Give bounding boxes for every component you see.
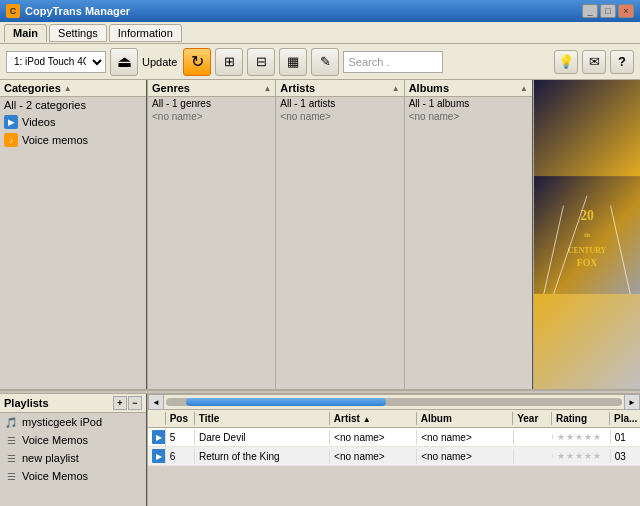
window-controls: _ □ × (582, 4, 634, 18)
ipod-icon: 🎵 (4, 415, 18, 429)
table-row[interactable]: ▶ 5 Dare Devil <no name> <no name> ★★★★★… (148, 428, 640, 447)
track-play: 03 (611, 449, 640, 464)
track-year (514, 435, 553, 439)
top-panels: Genres ▲ All - 1 genres <no name> Artist… (148, 80, 532, 389)
scroll-track[interactable] (166, 398, 622, 406)
categories-sort-icon[interactable]: ▲ (64, 84, 72, 93)
help-button[interactable]: ? (610, 50, 634, 74)
table-row[interactable]: ▶ 6 Return of the King <no name> <no nam… (148, 447, 640, 466)
scroll-left-button[interactable]: ◄ (148, 394, 164, 410)
sync-button[interactable]: ⊞ (215, 48, 243, 76)
update-label: Update (142, 56, 177, 68)
menu-tab-settings[interactable]: Settings (49, 24, 107, 42)
album-art: 20 th CENTURY FOX (534, 80, 640, 389)
genres-sort-icon: ▲ (263, 84, 271, 93)
minimize-button[interactable]: _ (582, 4, 598, 18)
playlists-header: Playlists + − (0, 394, 146, 413)
playlist-voice-memos-2[interactable]: ☰ Voice Memos (0, 467, 146, 485)
menu-bar: Main Settings Information (0, 22, 640, 44)
track-album: <no name> (417, 449, 514, 464)
track-pos: 6 (166, 449, 195, 464)
photo-button[interactable]: ▦ (279, 48, 307, 76)
artist-noname[interactable]: <no name> (276, 110, 403, 123)
h-scrollbar[interactable]: ◄ ► (148, 394, 640, 410)
mail-button[interactable]: ✉ (582, 50, 606, 74)
app-title: CopyTrans Manager (25, 5, 130, 17)
svg-text:th: th (584, 230, 590, 237)
col-play-header[interactable]: Pla... (610, 412, 640, 425)
track-year (514, 454, 553, 458)
playlist-list-icon-3: ☰ (4, 469, 18, 483)
albums-panel: Albums ▲ All - 1 albums <no name> (405, 80, 532, 389)
col-title-header[interactable]: Title (195, 412, 330, 425)
voice-icon: ♪ (4, 133, 18, 147)
video-icon: ▶ (4, 115, 18, 129)
col-album-header[interactable]: Album (417, 412, 513, 425)
genre-noname[interactable]: <no name> (148, 110, 275, 123)
scroll-right-button[interactable]: ► (624, 394, 640, 410)
track-rating: ★★★★★ (553, 430, 611, 444)
albums-header[interactable]: Albums ▲ (405, 80, 532, 97)
category-all[interactable]: All - 2 categories (0, 97, 146, 113)
track-type-icon: ▶ (152, 449, 166, 463)
playlist-remove-button[interactable]: − (128, 396, 142, 410)
settings2-button[interactable]: ⊟ (247, 48, 275, 76)
scroll-thumb[interactable] (186, 398, 386, 406)
bottom-section: Playlists + − 🎵 mysticgeek iPod ☰ Voice … (0, 394, 640, 506)
title-bar: C CopyTrans Manager _ □ × (0, 0, 640, 22)
track-artist: <no name> (330, 430, 417, 445)
track-rating: ★★★★★ (553, 449, 611, 463)
toolbar: 1: iPod Touch 4G ⏏ Update ↻ ⊞ ⊟ ▦ ✎ 💡 ✉ … (0, 44, 640, 80)
main-content: Categories ▲ All - 2 categories ▶ Videos… (0, 80, 640, 390)
track-album: <no name> (417, 430, 514, 445)
track-table: Pos Title Artist ▲ Album Year Rating Pla… (148, 410, 640, 506)
genres-header[interactable]: Genres ▲ (148, 80, 275, 97)
track-artist: <no name> (330, 449, 417, 464)
playlist-list-icon-1: ☰ (4, 433, 18, 447)
sidebar: Categories ▲ All - 2 categories ▶ Videos… (0, 80, 148, 389)
genres-panel: Genres ▲ All - 1 genres <no name> (148, 80, 276, 389)
artist-all[interactable]: All - 1 artists (276, 97, 403, 110)
album-noname[interactable]: <no name> (405, 110, 532, 123)
track-play: 01 (611, 430, 640, 445)
playlist-device[interactable]: 🎵 mysticgeek iPod (0, 413, 146, 431)
edit-button[interactable]: ✎ (311, 48, 339, 76)
genre-all[interactable]: All - 1 genres (148, 97, 275, 110)
playlist-new[interactable]: ☰ new playlist (0, 449, 146, 467)
update-button[interactable]: ↻ (183, 48, 211, 76)
close-button[interactable]: × (618, 4, 634, 18)
menu-tab-information[interactable]: Information (109, 24, 182, 42)
menu-tab-main[interactable]: Main (4, 24, 47, 42)
track-title: Dare Devil (195, 430, 330, 445)
playlist-add-button[interactable]: + (113, 396, 127, 410)
col-pos-header[interactable]: Pos (166, 412, 195, 425)
artists-panel: Artists ▲ All - 1 artists <no name> (276, 80, 404, 389)
col-artist-header[interactable]: Artist ▲ (330, 412, 417, 425)
tracks-panel: ◄ ► Pos Title Artist ▲ Album Year Rating… (148, 394, 640, 506)
track-title: Return of the King (195, 449, 330, 464)
category-voice-memos[interactable]: ♪ Voice memos (0, 131, 146, 149)
category-videos[interactable]: ▶ Videos (0, 113, 146, 131)
track-type-icon: ▶ (152, 430, 166, 444)
eject-button[interactable]: ⏏ (110, 48, 138, 76)
maximize-button[interactable]: □ (600, 4, 616, 18)
album-all[interactable]: All - 1 albums (405, 97, 532, 110)
device-selector[interactable]: 1: iPod Touch 4G (6, 51, 106, 73)
track-pos: 5 (166, 430, 195, 445)
col-rating-header[interactable]: Rating (552, 412, 610, 425)
table-header: Pos Title Artist ▲ Album Year Rating Pla… (148, 410, 640, 428)
bulb-button[interactable]: 💡 (554, 50, 578, 74)
svg-text:FOX: FOX (577, 257, 598, 268)
albums-sort-icon: ▲ (520, 84, 528, 93)
svg-text:CENTURY: CENTURY (568, 245, 607, 254)
playlist-voice-memos[interactable]: ☰ Voice Memos (0, 431, 146, 449)
col-year-header[interactable]: Year (513, 412, 552, 425)
thumbnail-area: 20 th CENTURY FOX (532, 80, 640, 389)
categories-header: Categories ▲ (0, 80, 146, 97)
app-icon: C (6, 4, 20, 18)
search-input[interactable] (343, 51, 443, 73)
playlist-list-icon-2: ☰ (4, 451, 18, 465)
artists-header[interactable]: Artists ▲ (276, 80, 403, 97)
playlists-panel: Playlists + − 🎵 mysticgeek iPod ☰ Voice … (0, 394, 148, 506)
artists-sort-icon: ▲ (392, 84, 400, 93)
